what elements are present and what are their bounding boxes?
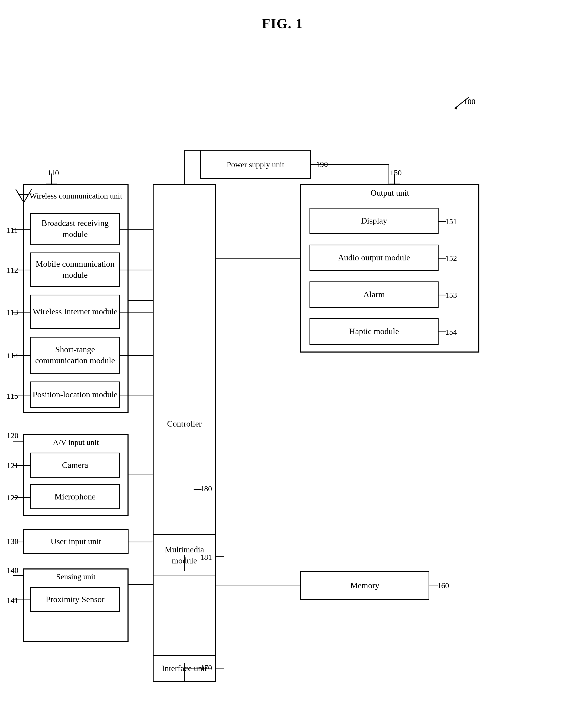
broadcast-box: Broadcast receiving module [30, 213, 120, 245]
ref-152: 152 [445, 254, 457, 263]
camera-box: Camera [30, 453, 120, 478]
ref-141: 141 [7, 596, 18, 605]
ref-180: 180 [200, 484, 212, 493]
ref-154: 154 [445, 328, 457, 336]
audio-output-box: Audio output module [310, 245, 439, 271]
ref-111: 111 [7, 226, 18, 235]
short-range-label: Short-range communication module [31, 344, 119, 366]
proximity-box: Proximity Sensor [30, 587, 120, 612]
svg-line-6 [24, 189, 32, 202]
ref-115: 115 [7, 392, 18, 400]
position-label: Position-location module [33, 389, 118, 400]
audio-output-label: Audio output module [338, 252, 410, 263]
microphone-label: Microphone [54, 491, 96, 502]
ref-140: 140 [7, 566, 18, 575]
position-box: Position-location module [30, 382, 120, 408]
svg-line-5 [16, 189, 24, 202]
microphone-box: Microphone [30, 484, 120, 509]
ref-130: 130 [7, 537, 18, 546]
short-range-box: Short-range communication module [30, 337, 120, 374]
mobile-label: Mobile communication module [31, 259, 119, 280]
memory-label: Memory [350, 580, 379, 591]
user-input-label: User input unit [51, 536, 101, 547]
ref-181: 181 [200, 553, 212, 562]
controller-box: Controller [153, 184, 216, 663]
controller-label: Controller [167, 419, 202, 429]
haptic-label: Haptic module [349, 326, 399, 337]
haptic-box: Haptic module [310, 318, 439, 345]
memory-box: Memory [300, 571, 429, 600]
svg-marker-1 [454, 106, 458, 110]
ref-122: 122 [7, 493, 18, 502]
wireless-internet-label: Wireless Internet module [33, 306, 117, 317]
broadcast-label: Broadcast receiving module [31, 218, 119, 240]
display-label: Display [361, 215, 387, 226]
mobile-box: Mobile communication module [30, 252, 120, 287]
svg-line-0 [456, 97, 469, 108]
proximity-label: Proximity Sensor [46, 594, 104, 605]
sensing-label: Sensing unit [26, 569, 125, 584]
page-title: FIG. 1 [0, 0, 565, 31]
wireless-internet-box: Wireless Internet module [30, 295, 120, 329]
antenna-icon [14, 187, 33, 213]
av-input-label: A/V input unit [26, 435, 125, 449]
alarm-label: Alarm [363, 289, 385, 300]
ref-120: 120 [7, 431, 18, 440]
wireless-comm-label: Wireless communication unit [26, 185, 125, 206]
ref-151: 151 [445, 217, 457, 226]
camera-label: Camera [62, 460, 88, 471]
user-input-box: User input unit [23, 529, 128, 554]
alarm-box: Alarm [310, 281, 439, 308]
power-supply-box: Power supply unit [200, 150, 311, 179]
ref-153: 153 [445, 291, 457, 300]
ref-160: 160 [437, 581, 449, 590]
power-supply-label: Power supply unit [227, 159, 284, 170]
output-label: Output unit [304, 185, 476, 201]
display-box: Display [310, 208, 439, 234]
ref-170: 170 [200, 663, 212, 672]
diagram: 100 Power supply unit 190 Wireless commu… [0, 37, 565, 728]
